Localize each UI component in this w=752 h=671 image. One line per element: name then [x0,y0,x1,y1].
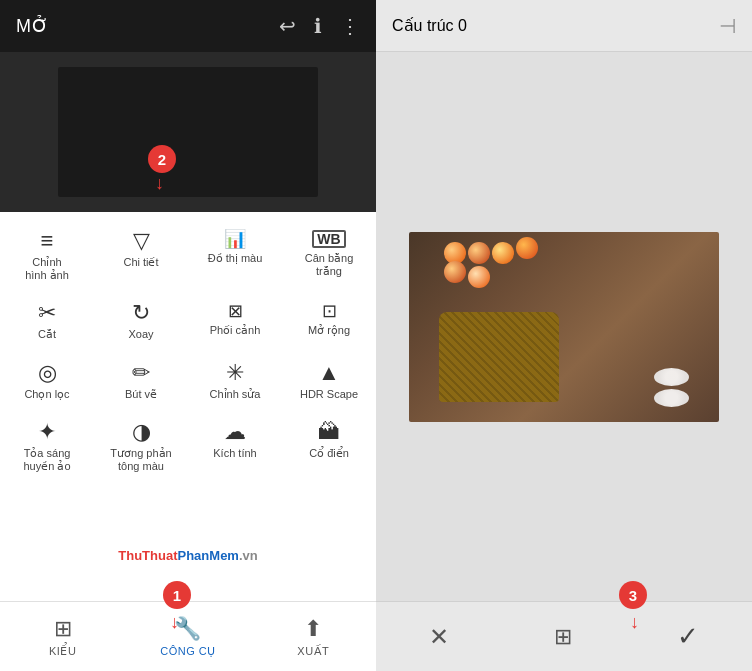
tool-but-ve[interactable]: ✏ Bút vẽ [97,358,185,405]
close-icon[interactable]: ✕ [429,623,449,651]
kich-tinh-label: Kích tính [213,447,256,460]
fruit-image [409,232,719,422]
cat-label: Cắt [38,328,56,341]
fruit-3 [492,242,514,264]
fruit-5 [444,261,466,283]
chon-loc-icon: ◎ [38,362,57,384]
nav-xuat[interactable]: ⬆ XUẤT [273,616,353,658]
fruit-4 [516,237,538,259]
image-preview-area [0,52,376,212]
right-panel: Cấu trúc 0 ⊣ 3 ↓ ✕ ⊞ [376,0,752,671]
tool-chon-loc[interactable]: ◎ Chọn lọc [3,358,91,405]
flower-1 [654,368,689,386]
top-bar-icons: ↩ ℹ ⋮ [279,14,360,38]
tool-toa-sang[interactable]: ✦ Tỏa sánghuyền ảo [3,417,91,477]
do-thi-mau-icon: 📊 [224,230,246,248]
cong-cu-label: CÔNG CỤ [160,645,216,658]
chinh-sua-label: Chỉnh sửa [210,388,261,401]
right-bottom-bar: ✕ ⊞ ✓ [376,601,752,671]
kieu-label: KIỂU [49,645,76,658]
phoi-canh-icon: ⊠ [228,302,243,320]
fruit-2 [468,242,490,264]
tool-do-thi-mau[interactable]: 📊 Đồ thị màu [191,226,279,286]
basket [439,312,559,402]
do-thi-mau-label: Đồ thị màu [208,252,263,265]
xuat-label: XUẤT [297,645,329,658]
right-image-area [376,52,752,601]
hdr-scape-label: HDR Scape [300,388,358,401]
tuong-phan-label: Tương phảntông màu [110,447,171,473]
mo-rong-label: Mở rộng [308,324,350,337]
badge-1-arrow: ↓ [170,612,179,633]
co-dien-label: Cổ điển [309,447,349,460]
mo-rong-icon: ⊡ [322,302,337,320]
badge-1: 1 [163,581,191,609]
fruit-6 [468,266,490,288]
tool-kich-tinh[interactable]: ☁ Kích tính [191,417,279,477]
nav-cong-cu[interactable]: 🔧 CÔNG CỤ [148,616,228,658]
tool-row-3: ◎ Chọn lọc ✏ Bút vẽ ✳ Chỉnh sửa ▲ HDR Sc… [0,352,376,411]
undo-icon[interactable]: ↩ [279,14,296,38]
left-panel: MỞ ↩ ℹ ⋮ 2 ↓ ≡ Chỉnhhình ảnh ▽ Chi tiết … [0,0,376,671]
tool-phoi-canh[interactable]: ⊠ Phối cảnh [191,298,279,345]
image-placeholder [58,67,318,197]
tool-row-1: ≡ Chỉnhhình ảnh ▽ Chi tiết 📊 Đồ thị màu … [0,220,376,292]
toa-sang-label: Tỏa sánghuyền ảo [23,447,70,473]
badge-2-arrow: ↓ [155,173,164,194]
tool-row-2: ✂ Cắt ↻ Xoay ⊠ Phối cảnh ⊡ Mở rộng [0,292,376,351]
right-top-bar: Cấu trúc 0 ⊣ [376,0,752,52]
tool-co-dien[interactable]: 🏔 Cổ điển [285,417,373,477]
chinh-hinh-anh-icon: ≡ [41,230,54,252]
split-view-icon[interactable]: ⊣ [719,14,736,38]
flower-2 [654,389,689,407]
tool-chinh-hinh-anh[interactable]: ≡ Chỉnhhình ảnh [3,226,91,286]
co-dien-icon: 🏔 [318,421,340,443]
more-icon[interactable]: ⋮ [340,14,360,38]
toa-sang-icon: ✦ [38,421,56,443]
flowers [654,368,689,407]
chi-tiet-icon: ▽ [133,230,150,252]
badge-3-arrow: ↓ [630,612,639,633]
xoay-label: Xoay [128,328,153,341]
kieu-icon: ⊞ [54,616,72,642]
tuong-phan-icon: ◑ [132,421,151,443]
info-icon[interactable]: ℹ [314,14,322,38]
top-bar: MỞ ↩ ℹ ⋮ [0,0,376,52]
app-title: MỞ [16,15,49,37]
can-bang-trang-label: Cân bằngtrắng [305,252,354,278]
sliders-icon[interactable]: ⊞ [554,624,572,650]
fruit-cluster [444,242,554,288]
cat-icon: ✂ [38,302,56,324]
hdr-scape-icon: ▲ [318,362,340,384]
chinh-hinh-anh-label: Chỉnhhình ảnh [25,256,69,282]
chinh-sua-icon: ✳ [226,362,244,384]
but-ve-label: Bút vẽ [125,388,157,401]
tool-grid: ≡ Chỉnhhình ảnh ▽ Chi tiết 📊 Đồ thị màu … [0,212,376,601]
xoay-icon: ↻ [132,302,150,324]
tool-chinh-sua[interactable]: ✳ Chỉnh sửa [191,358,279,405]
nav-kieu[interactable]: ⊞ KIỂU [23,616,103,658]
tool-xoay[interactable]: ↻ Xoay [97,298,185,345]
tool-mo-rong[interactable]: ⊡ Mở rộng [285,298,373,345]
tool-can-bang-trang[interactable]: WB Cân bằngtrắng [285,226,373,286]
chi-tiet-label: Chi tiết [123,256,158,269]
tool-hdr-scape[interactable]: ▲ HDR Scape [285,358,373,405]
badge-2: 2 [148,145,176,173]
tool-cat[interactable]: ✂ Cắt [3,298,91,345]
tool-chi-tiet[interactable]: ▽ Chi tiết [97,226,185,286]
tool-row-4: ✦ Tỏa sánghuyền ảo ◑ Tương phảntông màu … [0,411,376,483]
can-bang-trang-icon: WB [312,230,345,248]
right-title: Cấu trúc 0 [392,16,467,35]
bottom-nav: ⊞ KIỂU 🔧 CÔNG CỤ ⬆ XUẤT [0,601,376,671]
check-icon[interactable]: ✓ [677,621,699,652]
but-ve-icon: ✏ [132,362,150,384]
xuat-icon: ⬆ [304,616,322,642]
badge-3: 3 [619,581,647,609]
chon-loc-label: Chọn lọc [24,388,69,401]
kich-tinh-icon: ☁ [224,421,246,443]
tool-tuong-phan[interactable]: ◑ Tương phảntông màu [97,417,185,477]
phoi-canh-label: Phối cảnh [210,324,261,337]
